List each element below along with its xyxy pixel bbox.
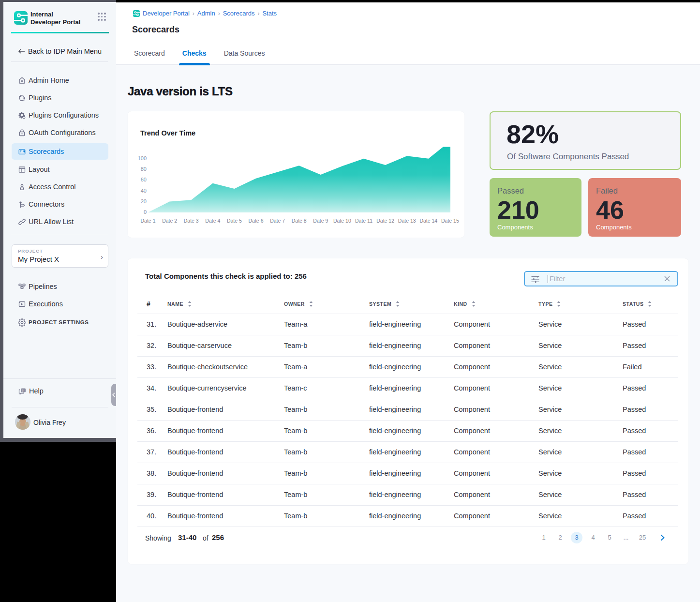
svg-text:100: 100 xyxy=(138,155,147,161)
svg-text:Date 9: Date 9 xyxy=(313,218,328,224)
svg-text:Date 11: Date 11 xyxy=(355,218,372,224)
svg-text:Date 12: Date 12 xyxy=(376,218,394,224)
svg-text:Date 3: Date 3 xyxy=(184,218,199,224)
svg-text:Date 15: Date 15 xyxy=(441,218,459,224)
svg-text:Date 7: Date 7 xyxy=(270,218,285,224)
svg-text:60: 60 xyxy=(141,177,147,182)
svg-text:Date 8: Date 8 xyxy=(292,218,307,224)
svg-text:Date 1: Date 1 xyxy=(141,218,156,224)
svg-text:40: 40 xyxy=(141,188,147,194)
svg-text:Date 6: Date 6 xyxy=(249,218,264,224)
svg-text:Date 4: Date 4 xyxy=(205,218,220,224)
svg-text:0: 0 xyxy=(144,209,147,215)
svg-text:Date 14: Date 14 xyxy=(419,218,437,224)
svg-text:Date 10: Date 10 xyxy=(333,218,351,224)
svg-text:20: 20 xyxy=(141,198,147,204)
svg-text:Date 13: Date 13 xyxy=(398,218,416,224)
svg-text:Date 2: Date 2 xyxy=(162,218,177,224)
svg-text:80: 80 xyxy=(141,166,147,172)
svg-text:Date 5: Date 5 xyxy=(227,218,242,224)
